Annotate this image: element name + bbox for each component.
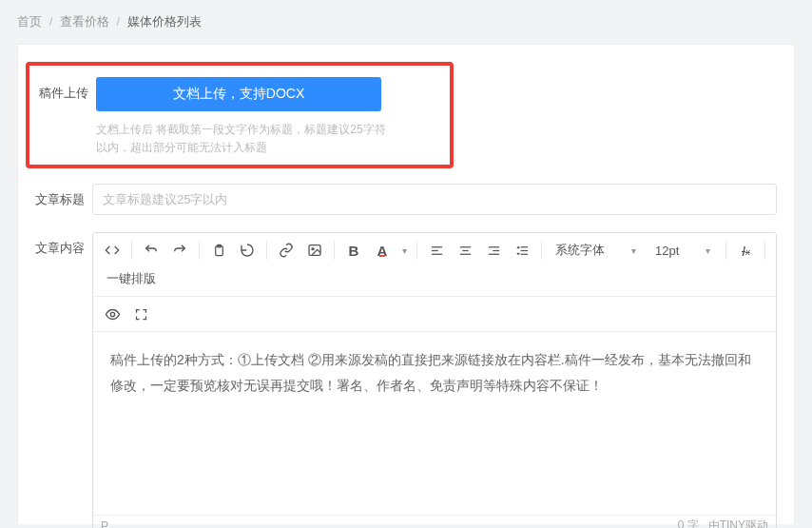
form-panel: 稿件上传 文档上传，支持DOCX 文档上传后 将截取第一段文字作为标题，标题建议… [17, 44, 795, 524]
title-input[interactable] [92, 184, 777, 215]
powered-by: 由TINY驱动 [708, 518, 768, 528]
toolbar-separator [199, 241, 200, 260]
svg-point-16 [110, 312, 114, 316]
auto-format-button[interactable]: 一键排版 [99, 265, 164, 292]
toolbar-separator [334, 241, 335, 260]
restore-icon[interactable] [234, 237, 261, 264]
align-right-icon[interactable] [480, 237, 507, 264]
forecolor-icon[interactable]: A [369, 237, 396, 264]
clear-format-icon[interactable]: Ix [732, 237, 759, 264]
word-count: 0 字 [678, 518, 699, 528]
title-row: 文章标题 [35, 184, 777, 215]
editor-toolbar-1: B A ▾ [93, 233, 776, 297]
breadcrumb: 首页 / 查看价格 / 媒体价格列表 [0, 0, 812, 44]
forecolor-chevron-icon[interactable]: ▾ [397, 237, 411, 264]
rich-editor: B A ▾ [92, 232, 777, 528]
preview-icon[interactable] [99, 301, 126, 327]
content-label: 文章内容 [35, 232, 92, 257]
font-size-select[interactable]: 12pt ▾ [648, 237, 720, 264]
font-family-value: 系统字体 [555, 242, 605, 259]
content-row: 文章内容 [35, 232, 777, 528]
editor-right-status: 0 字 由TINY驱动 [678, 518, 768, 528]
editor-path: P [101, 519, 108, 528]
toolbar-separator [764, 241, 765, 260]
editor-body[interactable]: 稿件上传的2种方式：①上传文档 ②用来源发稿的直接把来源链接放在内容栏.稿件一经… [93, 332, 776, 515]
toolbar-separator [725, 241, 726, 260]
toolbar-separator [266, 241, 267, 260]
editor-statusbar: P 0 字 由TINY驱动 [93, 515, 776, 528]
upload-hint: 文档上传后 将截取第一段文字作为标题，标题建议25字符以内，超出部分可能无法计入… [96, 121, 391, 157]
chevron-down-icon: ▾ [706, 245, 710, 256]
toolbar-separator [131, 241, 132, 260]
font-size-value: 12pt [655, 244, 679, 258]
fullscreen-icon[interactable] [127, 301, 154, 327]
undo-icon[interactable] [138, 237, 164, 264]
align-center-icon[interactable] [452, 237, 478, 264]
align-left-icon[interactable] [423, 237, 450, 264]
breadcrumb-sep: / [117, 14, 121, 29]
breadcrumb-prices[interactable]: 查看价格 [60, 14, 109, 29]
title-label: 文章标题 [35, 184, 92, 208]
toolbar-separator [416, 241, 417, 260]
redo-icon[interactable] [166, 237, 193, 264]
link-icon[interactable] [273, 237, 300, 264]
source-code-icon[interactable] [99, 237, 126, 264]
breadcrumb-sep: / [49, 14, 53, 29]
line-height-icon[interactable] [509, 237, 535, 264]
upload-label: 稿件上传 [39, 77, 96, 102]
paste-icon[interactable] [205, 237, 232, 264]
image-icon[interactable] [301, 237, 328, 264]
editor-toolbar-2 [93, 297, 776, 332]
breadcrumb-current: 媒体价格列表 [127, 14, 202, 29]
breadcrumb-home[interactable]: 首页 [17, 14, 42, 29]
upload-button[interactable]: 文档上传，支持DOCX [96, 77, 381, 111]
svg-point-3 [312, 248, 314, 250]
chevron-down-icon: ▾ [631, 245, 636, 256]
upload-row: 稿件上传 文档上传，支持DOCX 文档上传后 将截取第一段文字作为标题，标题建议… [26, 62, 454, 168]
bold-icon[interactable]: B [340, 237, 367, 264]
font-family-select[interactable]: 系统字体 ▾ [548, 237, 646, 264]
toolbar-separator [541, 241, 542, 260]
